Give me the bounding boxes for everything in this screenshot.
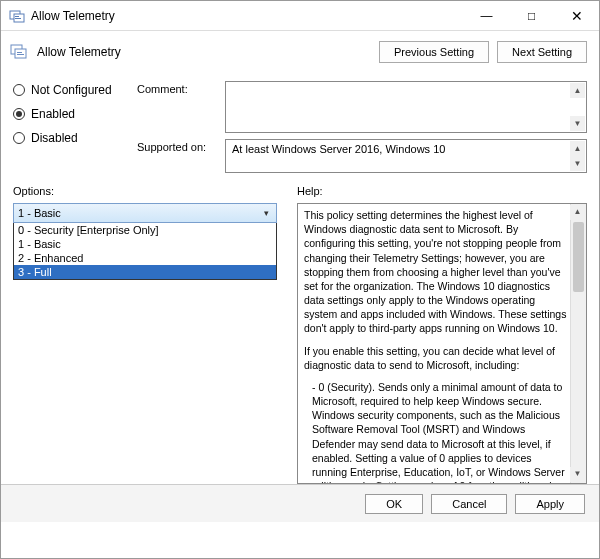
options-label: Options: [13,185,277,197]
radio-label: Disabled [31,131,78,145]
telemetry-level-combo[interactable]: 1 - Basic ▾ [13,203,277,223]
policy-title: Allow Telemetry [37,45,371,59]
fields-column: Comment: ▲ ▼ Supported on: At least Wind… [137,81,587,173]
combo-selected-value: 1 - Basic [18,207,61,219]
scroll-up-icon[interactable]: ▲ [570,141,585,156]
telemetry-level-dropdown: 0 - Security [Enterprise Only] 1 - Basic… [13,223,277,280]
svg-rect-5 [15,49,26,58]
scroll-down-icon[interactable]: ▼ [570,116,585,131]
options-column: Options: 1 - Basic ▾ 0 - Security [Enter… [13,185,277,484]
scroll-down-icon[interactable]: ▼ [570,467,585,482]
app-icon [9,8,25,24]
close-button[interactable]: ✕ [554,1,599,31]
option-security[interactable]: 0 - Security [Enterprise Only] [14,223,276,237]
radio-icon [13,108,25,120]
scrollbar-thumb[interactable] [573,222,584,292]
help-paragraph: If you enable this setting, you can deci… [304,344,568,372]
radio-icon [13,132,25,144]
radio-not-configured[interactable]: Not Configured [13,83,131,97]
radio-disabled[interactable]: Disabled [13,131,131,145]
dialog-footer: OK Cancel Apply [1,484,599,522]
minimize-button[interactable]: — [464,1,509,31]
chevron-down-icon: ▾ [258,204,274,222]
policy-icon [9,42,29,62]
comment-input[interactable]: ▲ ▼ [225,81,587,133]
supported-label: Supported on: [137,139,217,153]
ok-button[interactable]: OK [365,494,423,514]
radio-label: Enabled [31,107,75,121]
help-paragraph: This policy setting determines the highe… [304,208,568,336]
apply-button[interactable]: Apply [515,494,585,514]
help-bullet: - 0 (Security). Sends only a minimal amo… [312,380,568,484]
radio-label: Not Configured [31,83,112,97]
next-setting-button[interactable]: Next Setting [497,41,587,63]
lower-panels: Options: 1 - Basic ▾ 0 - Security [Enter… [1,179,599,484]
radio-icon [13,84,25,96]
scroll-up-icon[interactable]: ▲ [570,83,585,98]
svg-rect-7 [17,54,24,55]
previous-setting-button[interactable]: Previous Setting [379,41,489,63]
svg-rect-6 [17,52,22,53]
comment-label: Comment: [137,81,217,95]
supported-value-box: At least Windows Server 2016, Windows 10… [225,139,587,173]
scroll-down-icon[interactable]: ▼ [570,156,585,171]
option-full[interactable]: 3 - Full [14,265,276,279]
svg-rect-2 [15,16,19,17]
supported-row: Supported on: At least Windows Server 20… [137,139,587,173]
window-title: Allow Telemetry [31,9,464,23]
config-area: Not Configured Enabled Disabled Comment:… [1,71,599,179]
supported-value: At least Windows Server 2016, Windows 10 [232,143,445,155]
radio-enabled[interactable]: Enabled [13,107,131,121]
svg-rect-3 [15,18,21,19]
titlebar: Allow Telemetry — □ ✕ [1,1,599,31]
comment-row: Comment: ▲ ▼ [137,81,587,133]
options-box: 1 - Basic ▾ 0 - Security [Enterprise Onl… [13,203,277,463]
help-label: Help: [297,185,587,197]
scroll-up-icon[interactable]: ▲ [570,205,585,220]
state-radios: Not Configured Enabled Disabled [13,81,131,173]
header-row: Allow Telemetry Previous Setting Next Se… [1,31,599,71]
option-basic[interactable]: 1 - Basic [14,237,276,251]
cancel-button[interactable]: Cancel [431,494,507,514]
help-scrollbar[interactable]: ▲ ▼ [570,204,586,483]
help-column: Help: This policy setting determines the… [297,185,587,484]
window-controls: — □ ✕ [464,1,599,30]
maximize-button[interactable]: □ [509,1,554,31]
help-text-box: This policy setting determines the highe… [297,203,587,484]
option-enhanced[interactable]: 2 - Enhanced [14,251,276,265]
